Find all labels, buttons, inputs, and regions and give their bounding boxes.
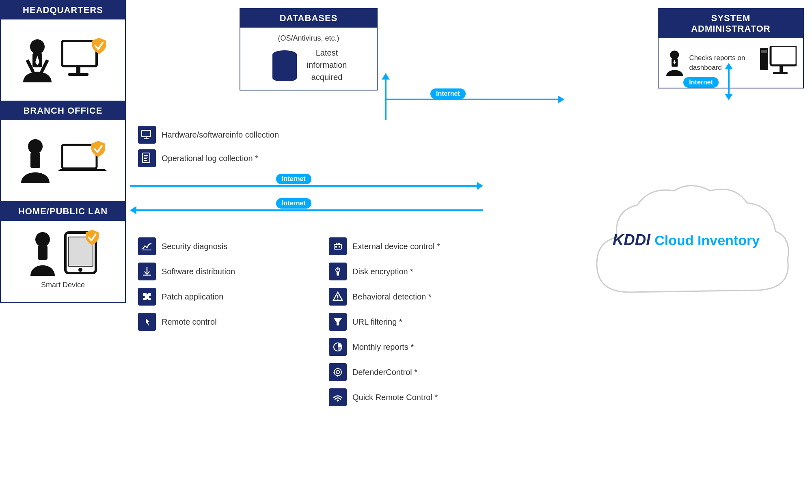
tablet-home-icon: [63, 230, 98, 277]
internet-label-4: Internet: [683, 77, 719, 88]
svg-rect-9: [30, 153, 40, 168]
defender-control-icon: [329, 363, 347, 381]
software-distribution-icon: [138, 263, 156, 280]
quick-remote-label: Quick Remote Control *: [352, 393, 438, 402]
svg-rect-32: [142, 130, 151, 137]
arrow-db-to-cloud: [386, 95, 564, 103]
db-text: Latestinformationacquired: [307, 47, 347, 83]
url-filtering-label: URL filtering *: [352, 317, 402, 327]
cloud-inventory-text: Cloud Inventory: [654, 233, 760, 248]
headquarters-title: HEADQUARTERS: [1, 1, 125, 19]
feature-external-device: External device control *: [329, 237, 440, 255]
svg-point-57: [336, 370, 339, 374]
patch-application-icon: [138, 288, 156, 306]
sysadmin-title: SYSTEM ADMINISTRATOR: [659, 9, 803, 38]
svg-rect-30: [780, 65, 783, 73]
behavioral-detection-icon: [329, 288, 347, 306]
databases-content: (OS/Antivirus, etc.) Latestinformationac…: [240, 28, 377, 90]
svg-rect-43: [334, 244, 341, 249]
homepublic-title: HOME/PUBLIC LAN: [1, 202, 125, 221]
internet-label-2: Internet: [276, 198, 311, 209]
features-right: External device control * Disk encryptio…: [329, 237, 440, 406]
kddi-brand-text: KDDI: [613, 231, 650, 248]
internet-label-1: Internet: [276, 174, 311, 184]
cloud-svg: [572, 179, 800, 325]
monthly-reports-label: Monthly reports *: [352, 342, 414, 352]
desktop-admin-icon: [760, 46, 797, 80]
external-device-label: External device control *: [352, 242, 440, 251]
collection-item-2: Operational log collection *: [138, 149, 279, 167]
collection-label-1: Hardware/softwareinfo collection: [162, 130, 279, 140]
defender-control-label: DefenderControl *: [352, 368, 417, 377]
svg-point-56: [334, 368, 341, 376]
svg-rect-31: [773, 72, 788, 74]
collection-label-2: Operational log collection *: [162, 154, 258, 163]
svg-rect-34: [144, 138, 149, 139]
url-filtering-icon: [329, 313, 347, 331]
feature-security-diagnosis: Security diagnosis: [138, 237, 235, 255]
software-distribution-label: Software distribution: [162, 267, 235, 276]
homepublic-content: Smart Device: [1, 221, 125, 302]
sysadmin-description: Checks reports on dashboard: [689, 53, 755, 73]
smart-device-label: Smart Device: [41, 281, 85, 293]
patch-application-label: Patch application: [162, 292, 223, 302]
collection-item-1: Hardware/softwareinfo collection: [138, 126, 279, 144]
feature-quick-remote: Quick Remote Control *: [329, 388, 440, 406]
feature-patch-application: Patch application: [138, 288, 235, 306]
db-subtitle: (OS/Antivirus, etc.): [247, 34, 370, 43]
homepublic-block: HOME/PUBLIC LAN: [0, 202, 126, 303]
branchoffice-content: [1, 120, 125, 201]
svg-rect-29: [771, 46, 797, 65]
laptop-branch-icon: [58, 142, 107, 180]
cloud-container: KDDI Cloud Inventory: [572, 179, 800, 325]
svg-point-62: [337, 400, 339, 402]
feature-remote-control: Remote control: [138, 313, 235, 331]
svg-rect-7: [68, 73, 89, 76]
monitor-hq-icon: [60, 39, 105, 81]
doc-collect-icon: [138, 149, 156, 167]
external-device-icon: [329, 237, 347, 255]
svg-rect-49: [337, 271, 339, 276]
features-left: Security diagnosis Software distribution: [138, 237, 235, 331]
internet-label-3-box: Internet: [430, 88, 466, 99]
svg-point-24: [670, 50, 679, 59]
svg-rect-6: [76, 67, 80, 74]
behavioral-detection-label: Behavioral detection *: [352, 292, 432, 302]
feature-software-distribution: Software distribution: [138, 263, 235, 280]
feature-disk-encryption: Disk encryption *: [329, 263, 440, 280]
person-hq-icon: [21, 38, 54, 82]
disk-encryption-icon: [329, 263, 347, 280]
headquarters-content: [1, 19, 125, 101]
security-diagnosis-label: Security diagnosis: [162, 242, 227, 251]
svg-point-50: [337, 268, 339, 270]
left-panel: HEADQUARTERS: [0, 0, 126, 504]
svg-marker-54: [334, 318, 342, 325]
svg-rect-47: [339, 246, 340, 248]
svg-rect-44: [336, 243, 337, 244]
remote-control-label: Remote control: [162, 317, 217, 327]
quick-remote-icon: [329, 388, 347, 406]
person-branch-icon: [19, 138, 52, 183]
svg-rect-45: [338, 243, 340, 244]
main-area: DATABASES (OS/Antivirus, etc.) Latestinf…: [130, 0, 812, 504]
person-admin-icon: [665, 45, 684, 81]
svg-point-11: [35, 232, 50, 247]
svg-rect-28: [761, 50, 767, 53]
collection-area: Hardware/softwareinfo collection Operati…: [138, 126, 279, 167]
disk-encryption-label: Disk encryption *: [352, 267, 413, 276]
svg-line-2: [41, 60, 48, 72]
svg-rect-46: [335, 246, 337, 248]
monthly-reports-icon: [329, 338, 347, 356]
feature-url-filtering: URL filtering *: [329, 313, 440, 331]
arrow-cloud-sysadmin: [725, 63, 733, 100]
headquarters-block: HEADQUARTERS: [0, 0, 126, 101]
svg-rect-12: [38, 246, 48, 260]
databases-title: DATABASES: [240, 9, 377, 28]
databases-box: DATABASES (OS/Antivirus, etc.) Latestinf…: [240, 8, 378, 90]
branchoffice-block: BRANCH OFFICE: [0, 101, 126, 202]
feature-defender-control: DefenderControl *: [329, 363, 440, 381]
svg-line-1: [27, 60, 33, 72]
svg-rect-35: [143, 153, 150, 163]
remote-control-icon: [138, 313, 156, 331]
shield-home-icon: [85, 229, 99, 248]
